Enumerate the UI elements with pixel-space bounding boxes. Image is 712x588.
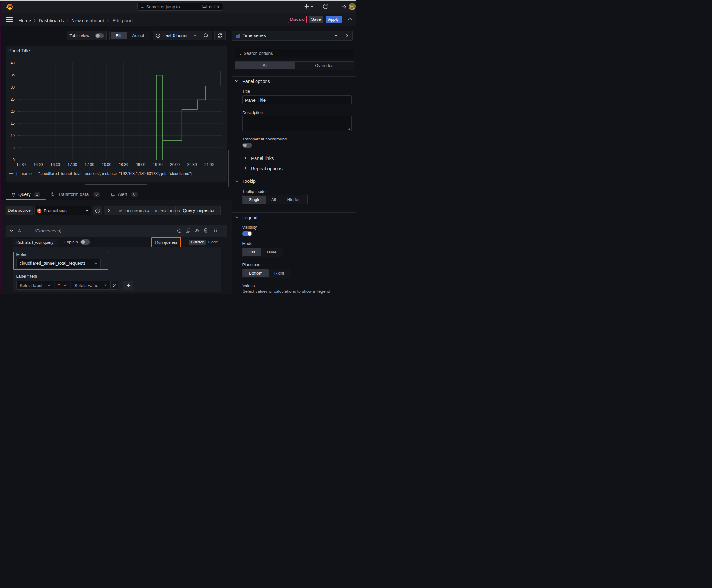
svg-text:18:00: 18:00 bbox=[102, 162, 111, 167]
svg-text:{__name__="cloudflared_tunnel_: {__name__="cloudflared_tunnel_total_requ… bbox=[16, 171, 192, 176]
svg-text:30: 30 bbox=[11, 85, 15, 89]
svg-text:15: 15 bbox=[11, 121, 15, 126]
svg-text:21:00: 21:00 bbox=[204, 162, 214, 167]
svg-text:17:00: 17:00 bbox=[67, 162, 77, 167]
svg-text:20:00: 20:00 bbox=[170, 162, 179, 167]
svg-text:19:00: 19:00 bbox=[136, 162, 145, 167]
svg-text:18:30: 18:30 bbox=[119, 162, 128, 167]
svg-text:35: 35 bbox=[11, 73, 15, 77]
svg-text:17:30: 17:30 bbox=[85, 162, 94, 167]
svg-text:16:00: 16:00 bbox=[33, 162, 43, 167]
svg-text:16:30: 16:30 bbox=[50, 162, 60, 167]
svg-text:10: 10 bbox=[11, 133, 15, 138]
svg-text:15:30: 15:30 bbox=[16, 162, 26, 167]
svg-text:20:30: 20:30 bbox=[187, 162, 196, 167]
svg-text:20: 20 bbox=[11, 109, 15, 114]
svg-text:0: 0 bbox=[13, 158, 15, 162]
svg-text:40: 40 bbox=[11, 61, 15, 65]
svg-text:19:30: 19:30 bbox=[153, 162, 163, 167]
svg-text:25: 25 bbox=[11, 97, 15, 102]
svg-text:5: 5 bbox=[13, 145, 15, 150]
